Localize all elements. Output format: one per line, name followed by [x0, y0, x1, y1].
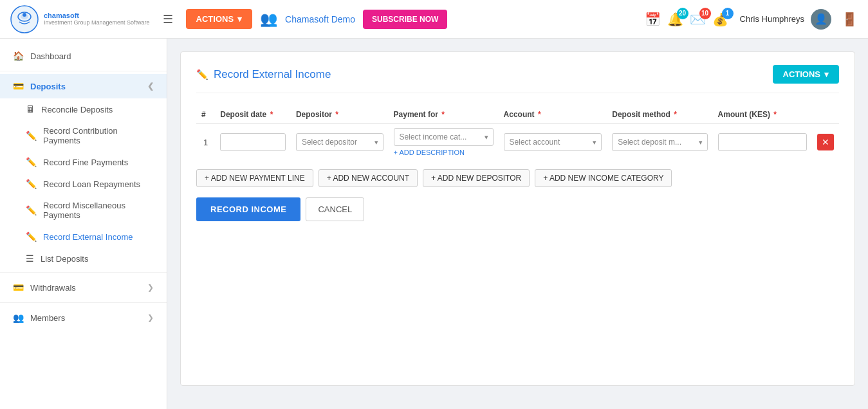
deposit-method-select[interactable]: Select deposit m... [612, 133, 707, 151]
date-cell [215, 123, 291, 160]
account-cell: Select account [499, 123, 607, 160]
members-icon: 👥 [13, 313, 24, 323]
income-cat-select[interactable]: Select income cat... [394, 128, 494, 146]
delete-row-button[interactable]: ✕ [817, 134, 834, 150]
loan-icon: ✏️ [26, 179, 37, 189]
add-depositor-button[interactable]: + ADD NEW DEPOSITOR [423, 169, 530, 187]
home-icon: 🏠 [13, 51, 24, 61]
hamburger-icon[interactable]: ☰ [163, 12, 173, 26]
chevron-members-icon: ❯ [147, 313, 154, 322]
sidebar-item-misc[interactable]: ✏️ Record Miscellaneous Payments [26, 195, 167, 226]
depositor-select-wrap: Select depositor [296, 133, 383, 151]
amount-required: * [773, 110, 777, 119]
depositor-cell: Select depositor [291, 123, 389, 160]
sidebar-item-reconcile[interactable]: 🖩 Reconcile Deposits [26, 98, 167, 120]
sidebar-label-misc: Record Miscellaneous Payments [43, 201, 154, 220]
col-num: # [196, 106, 215, 123]
logout-icon[interactable]: 🚪 [842, 12, 858, 27]
nav-icons: 📅 🔔 20 ✉️ 10 💰 1 Chris Humphreys 👤 🚪 [645, 9, 858, 30]
card-title: ✏️ Record External Income [196, 68, 331, 81]
sidebar-item-loan[interactable]: ✏️ Record Loan Repayments [26, 173, 167, 195]
logo: chamasoft Investment Group Management So… [10, 5, 150, 33]
method-required: * [674, 110, 677, 119]
sidebar-label-fine: Record Fine Payments [43, 158, 128, 167]
col-payment: Payment for * [389, 106, 499, 123]
table-row: 1 Select depositor [196, 123, 839, 160]
date-required: * [270, 110, 273, 119]
col-amount: Amount (KES) * [713, 106, 812, 123]
user-name: Chris Humphreys [740, 14, 804, 24]
sidebar-label-contribution: Record Contribution Payments [43, 126, 154, 145]
method-select-wrap: Select deposit m... [612, 133, 707, 151]
payment-required: * [441, 110, 445, 119]
deposits-submenu: 🖩 Reconcile Deposits ✏️ Record Contribut… [0, 98, 167, 269]
chevron-down-icon: ▾ [824, 69, 829, 79]
card-actions-button[interactable]: ACTIONS ▾ [773, 65, 840, 84]
sidebar-item-external[interactable]: ✏️ Record External Income [26, 226, 167, 248]
col-delete [812, 106, 839, 123]
group-icon: 👥 [260, 11, 277, 28]
logo-sub: Investment Group Management Software [44, 20, 150, 26]
content-card: ✏️ Record External Income ACTIONS ▾ # [180, 51, 855, 386]
sidebar-item-contribution[interactable]: ✏️ Record Contribution Payments [26, 120, 167, 151]
sidebar-item-fine[interactable]: ✏️ Record Fine Payments [26, 151, 167, 173]
sidebar-label-deposits: Deposits [30, 82, 66, 91]
title-pencil-icon: ✏️ [196, 69, 208, 80]
sidebar-label-external: Record External Income [43, 232, 133, 242]
pencil-icon: ✏️ [26, 131, 37, 141]
mail-badge: 10 [699, 8, 711, 19]
payment-cell: Select income cat... + ADD DESCRIPTION [389, 123, 499, 160]
depositor-required: * [335, 110, 338, 119]
page-title: Record External Income [214, 68, 331, 81]
avatar-icon: 👤 [815, 13, 827, 25]
calendar-icon-wrap[interactable]: 📅 [645, 12, 661, 27]
topnav: chamasoft Investment Group Management So… [0, 0, 868, 39]
bell-badge: 20 [677, 8, 688, 19]
top-actions-button[interactable]: ACTIONS ▾ [186, 9, 253, 29]
amount-cell [713, 123, 812, 160]
method-cell: Select deposit m... [607, 123, 712, 160]
add-account-button[interactable]: + ADD NEW ACCOUNT [319, 169, 418, 187]
sidebar-item-members[interactable]: 👥 Members ❯ [0, 305, 167, 330]
sidebar-label-members: Members [30, 313, 65, 323]
row-num: 1 [196, 123, 215, 160]
add-description-link[interactable]: + ADD DESCRIPTION [394, 149, 494, 156]
misc-icon: ✏️ [26, 205, 37, 215]
cancel-button[interactable]: CANCEL [306, 197, 364, 221]
col-date: Deposit date * [215, 106, 291, 123]
account-required: * [538, 110, 541, 119]
subscribe-button[interactable]: SUBSCRIBE NOW [363, 10, 447, 29]
account-select[interactable]: Select account [504, 133, 602, 151]
chevron-withdrawals-icon: ❯ [147, 283, 154, 292]
delete-cell: ✕ [812, 123, 839, 160]
income-cat-select-wrap: Select income cat... [394, 128, 494, 146]
submit-row: RECORD INCOME CANCEL [196, 197, 839, 221]
add-income-category-button[interactable]: + ADD NEW INCOME CATEGORY [535, 169, 672, 187]
action-buttons-row: + ADD NEW PAYMENT LINE + ADD NEW ACCOUNT… [196, 169, 839, 187]
wallet-badge: 1 [722, 8, 734, 19]
deposits-icon: 💳 [13, 81, 24, 91]
depositor-select[interactable]: Select depositor [296, 133, 383, 151]
mail-icon-wrap[interactable]: ✉️ 10 [690, 12, 706, 27]
main-content: ✏️ Record External Income ACTIONS ▾ # [167, 39, 868, 409]
amount-input[interactable] [718, 133, 807, 151]
deposit-date-input[interactable] [220, 133, 286, 151]
sidebar-item-deposits[interactable]: 💳 Deposits ❮ [0, 74, 167, 98]
avatar: 👤 [811, 9, 831, 30]
record-income-button[interactable]: RECORD INCOME [196, 197, 300, 221]
sidebar-item-list-deposits[interactable]: ☰ List Deposits [26, 248, 167, 269]
card-header: ✏️ Record External Income ACTIONS ▾ [196, 65, 839, 93]
calendar-icon: 📅 [645, 12, 661, 27]
sidebar-item-dashboard[interactable]: 🏠 Dashboard [0, 44, 167, 68]
account-select-wrap: Select account [504, 133, 602, 151]
sidebar-label-loan: Record Loan Repayments [43, 179, 140, 189]
sidebar-label-reconcile: Reconcile Deposits [41, 105, 113, 114]
chevron-up-icon: ❮ [147, 82, 154, 91]
sidebar: 🏠 Dashboard 💳 Deposits ❮ 🖩 Reconcile Dep… [0, 39, 167, 409]
sidebar-item-withdrawals[interactable]: 💳 Withdrawals ❯ [0, 275, 167, 300]
add-payment-line-button[interactable]: + ADD NEW PAYMENT LINE [196, 169, 313, 187]
bell-icon-wrap[interactable]: 🔔 20 [667, 12, 683, 27]
col-account: Account * [499, 106, 607, 123]
sidebar-label-dashboard: Dashboard [30, 51, 71, 61]
wallet-icon-wrap[interactable]: 💰 1 [712, 12, 728, 27]
